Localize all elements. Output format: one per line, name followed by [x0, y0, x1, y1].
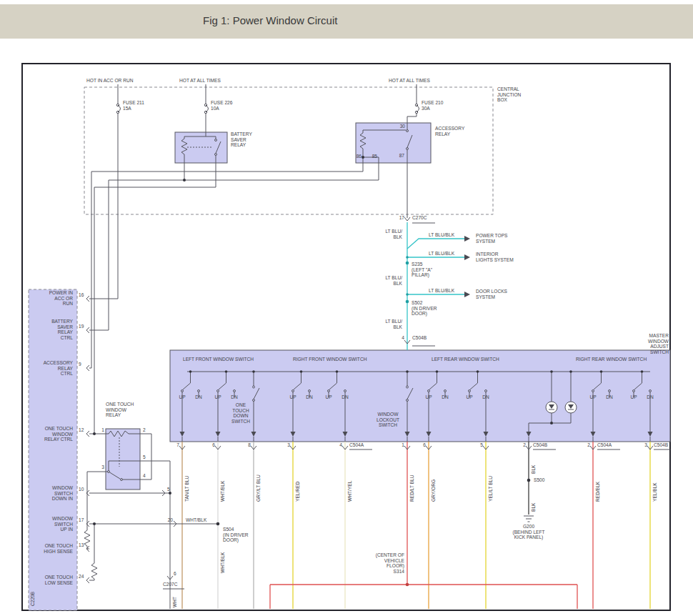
- one-touch-down-switch-label: ONE TOUCH DOWN SWITCH: [231, 402, 250, 424]
- output-pin-5-number: 5: [480, 442, 483, 448]
- pin-20-number: 20: [168, 517, 173, 523]
- module-pin-24-number: 24: [79, 574, 84, 580]
- relay-pin-5-label: 5: [143, 454, 146, 460]
- up-label: UP: [325, 394, 331, 400]
- pin-9-connector-icon: [86, 365, 89, 371]
- power-tops-arrow-icon: [464, 236, 470, 242]
- relay-pin-2-label: 2: [143, 427, 146, 433]
- battery-saver-relay-label: BATTERY SAVER RELAY: [231, 131, 252, 148]
- dn-label: DN: [195, 394, 202, 400]
- splice-s235-dot: [406, 262, 409, 265]
- c270c-pin-number: 17: [399, 215, 404, 221]
- ground-g200-label: G200 (BEHIND LEFT KICK PANEL): [512, 524, 544, 540]
- module-pin-label-battery-saver: BATTERY SAVER RELAY CTRL: [51, 319, 73, 341]
- dn-label: DN: [482, 394, 489, 400]
- wire-label-tan-lt-blu: TAN/LT BLU: [184, 476, 189, 502]
- module-pin-9-number: 9: [79, 362, 81, 367]
- output-pin-6-number: 6: [212, 442, 215, 448]
- fuse-211-label: FUSE 211 15A: [123, 100, 144, 111]
- central-junction-box-label: CENTRAL JUNCTION BOX: [497, 86, 521, 103]
- connector-c504a-2-label: C504A: [597, 442, 612, 448]
- relay-pin-4-label: 4: [143, 473, 146, 479]
- branch-target-door-locks: DOOR LOCKS SYSTEM: [476, 289, 507, 299]
- one-touch-window-relay-box: [106, 429, 140, 490]
- wire-label-lt-blu-blk-2: LT BLU/ BLK: [385, 275, 402, 286]
- wire-label-wht-blk-h: WHT/BLK: [186, 517, 206, 523]
- low-sense-resistor-icon: [91, 563, 97, 579]
- relay-pin-1-label: 1: [101, 427, 104, 433]
- power-tops-branch-wire: [407, 239, 464, 249]
- wire-label-wht-blk-v: WHT/BLK: [220, 552, 225, 573]
- dn-label: DN: [341, 394, 349, 400]
- module-pin-label-high-sense: ONE TOUCH HIGH SENSE: [44, 543, 73, 554]
- output-pin-8-number: 8: [248, 442, 251, 448]
- fuse-226-label: FUSE 226 10A: [211, 100, 232, 111]
- up-label: UP: [214, 394, 221, 400]
- c504b-pin-number: 4: [402, 335, 404, 341]
- wire-label-yel-lt-blu: YEL/LT BLU: [488, 476, 493, 502]
- up-label: UP: [630, 394, 637, 400]
- wire-label-blk-2: BLK: [531, 503, 536, 512]
- component-boxes: [29, 87, 670, 610]
- pin-24-connector-icon: [86, 577, 89, 583]
- pin-19-connector-icon: [86, 327, 89, 333]
- relay-pin-30-label: 30: [400, 124, 405, 129]
- interior-lights-arrow-icon: [464, 254, 470, 260]
- up-label: UP: [589, 394, 596, 400]
- branch-wire-label-2: LT BLU/BLK: [429, 251, 454, 257]
- splice-s314-dot: [406, 583, 409, 587]
- output-pin-3-number: 3: [287, 442, 290, 448]
- window-lockout-switch-label: WINDOW LOCKOUT SWITCH: [377, 412, 399, 428]
- splice-s500-dot: [527, 479, 531, 482]
- output-pin-2-number: 2: [523, 442, 526, 448]
- splice-s502-label: S502 (IN DRIVER DOOR): [412, 300, 437, 317]
- ground-g200-icon: [524, 516, 534, 522]
- connector-c504b-top-label: C504B: [412, 335, 427, 341]
- hot-feed-label-3: HOT AT ALL TIMES: [389, 78, 430, 84]
- splice-s504-label: S504 (IN DRIVER DOOR): [223, 527, 249, 543]
- wire-label-blk: BLK: [531, 465, 536, 474]
- wire-label-wht-blk: WHT/BLK: [220, 481, 225, 502]
- wire-label-red-blk: RED/BLK: [595, 482, 600, 502]
- connector-c504b-2-label: C504B: [654, 442, 668, 448]
- output-pin-6b-number: 6: [423, 442, 426, 448]
- module-pin-label-power-in: POWER IN ACC OR RUN: [49, 290, 73, 307]
- up-label: UP: [289, 394, 296, 400]
- relay-pin-86-label: 86: [357, 154, 362, 159]
- output-pin-7-number: 7: [176, 442, 179, 448]
- connector-c504a-label: C504A: [349, 442, 364, 448]
- hot-feed-label-1: HOT IN ACC OR RUN: [86, 78, 133, 84]
- page: { "header": { "title": "Fig 1: Power Win…: [0, 0, 693, 616]
- module-pin-16-number: 16: [79, 292, 84, 298]
- module-pin-label-switch-down: WINDOW SWITCH DOWN IN: [52, 485, 73, 502]
- one-touch-window-relay-label: ONE TOUCH WINDOW RELAY: [106, 402, 134, 418]
- master-switch-title: MASTER WINDOW ADJUST SWITCH: [644, 333, 669, 355]
- wire-label-yel-red: YEL/RED: [295, 482, 300, 502]
- accessory-relay-label: ACCESSORY RELAY: [435, 126, 464, 136]
- relay-pin-85-label: 85: [372, 154, 377, 159]
- relay-pin-87-label: 87: [399, 153, 404, 159]
- module-pin-label-accessory-relay: ACCESSORY RELAY CTRL: [44, 360, 73, 377]
- wire-label-wht: WHT: [172, 597, 177, 607]
- module-pin-12-number: 12: [79, 427, 84, 433]
- splice-s314-label: (CENTER OF VEHICLE FLOOR) S314: [376, 552, 404, 575]
- relay-pin-3-label: 3: [101, 465, 104, 470]
- branch-target-power-tops: POWER TOPS SYSTEM: [476, 233, 507, 244]
- dn-label: DN: [647, 394, 654, 400]
- wiring-diagram-canvas: [0, 0, 693, 616]
- pin-5-number: 5: [167, 487, 170, 492]
- splice-s502-dot: [406, 300, 409, 304]
- section-label-left-front: LEFT FRONT WINDOW SWITCH: [183, 357, 254, 362]
- connector-c504b-label: C504B: [533, 442, 547, 448]
- wire-label-red-lt-blu: RED/LT BLU: [409, 475, 414, 502]
- splice-s235-label: S235 (LEFT "A" PILLAR): [412, 262, 432, 278]
- up-label: UP: [425, 394, 432, 400]
- output-pin-1-number: 1: [402, 442, 404, 448]
- module-pin-label-low-sense: ONE TOUCH LOW SENSE: [45, 575, 73, 585]
- pin-6-number: 6: [174, 571, 176, 577]
- branch-wire-label-1: LT BLU/BLK: [429, 232, 454, 238]
- connector-c207c-label: C207C: [163, 582, 178, 587]
- wire-label-yel-blk: YEL/BLK: [652, 482, 657, 502]
- wire-label-gry-org: GRY/ORG: [431, 480, 436, 502]
- output-pin-3b-number: 3: [644, 442, 647, 448]
